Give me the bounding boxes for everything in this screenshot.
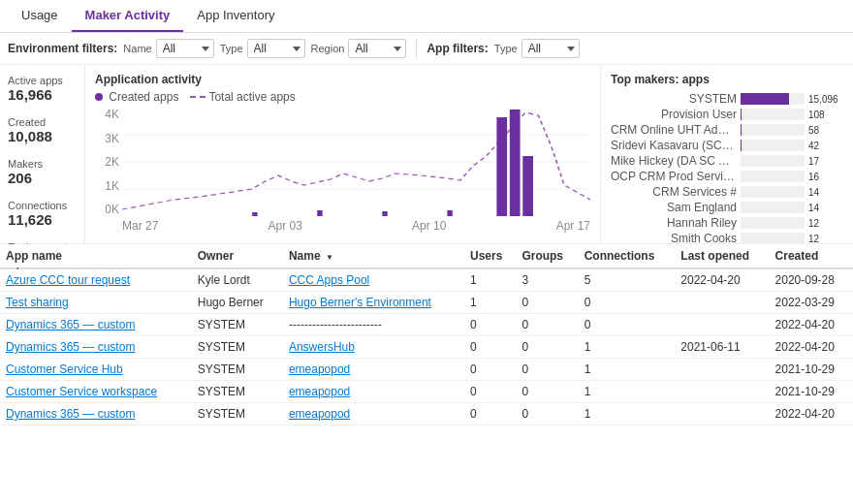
cell-app-name-5[interactable]: Customer Service workspace	[0, 381, 192, 403]
env-filter-label: Environment filters:	[8, 42, 117, 55]
stat-active-apps: Active apps 16,966	[8, 75, 77, 103]
tab-app-inventory[interactable]: App Inventory	[183, 0, 288, 32]
x-axis: Mar 27 Apr 03 Apr 10 Apr 17	[122, 219, 590, 233]
cell-owner-5: SYSTEM	[192, 381, 283, 403]
maker-bar-wrap-5	[741, 171, 805, 182]
cell-created-5: 2021-10-29	[770, 381, 853, 403]
stat-connections-value: 11,626	[8, 211, 77, 228]
legend-created-label: Created apps	[109, 90, 178, 104]
cell-last-opened-6	[675, 403, 769, 425]
type-filter-group: Type All	[220, 39, 305, 58]
app-type-filter-group: Type All	[494, 39, 580, 58]
chart-svg-container: 4K 3K 2K 1K 0K	[95, 108, 590, 234]
cell-users-1: 1	[464, 292, 516, 314]
cell-connections-0: 5	[579, 268, 676, 292]
maker-row-0: SYSTEM 15,096	[611, 92, 843, 106]
name-filter-select[interactable]: All	[156, 39, 214, 58]
table-row: Customer Service workspace SYSTEM emeapo…	[0, 381, 853, 403]
cell-app-name-2[interactable]: Dynamics 365 — custom	[0, 314, 192, 336]
maker-val-9: 12	[808, 234, 843, 244]
cell-name-4[interactable]: emeapopod	[283, 359, 464, 381]
cell-last-opened-3: 2021-06-11	[675, 336, 769, 359]
tab-maker-activity[interactable]: Maker Activity	[72, 0, 184, 32]
maker-val-6: 14	[808, 187, 843, 198]
maker-bar-wrap-7	[741, 202, 805, 213]
tab-usage[interactable]: Usage	[8, 0, 72, 32]
x-apr17: Apr 17	[556, 219, 590, 233]
x-apr10: Apr 10	[412, 219, 446, 233]
stat-connections-title: Connections	[8, 200, 77, 211]
maker-name-7: Sam England	[611, 201, 737, 214]
cell-connections-2: 0	[579, 314, 676, 336]
cell-users-0: 1	[464, 268, 516, 292]
stat-created-title: Created	[8, 116, 77, 128]
cell-connections-4: 1	[579, 359, 676, 381]
cell-app-name-4[interactable]: Customer Service Hub	[0, 359, 192, 381]
legend-created: Created apps	[95, 90, 178, 104]
apps-table: App name Owner Name ▼ Users Groups Conne…	[0, 244, 853, 425]
y-1k: 1K	[95, 179, 119, 193]
stat-active-apps-title: Active apps	[8, 75, 77, 86]
cell-owner-4: SYSTEM	[192, 359, 283, 381]
maker-name-0: SYSTEM	[611, 92, 737, 106]
sort-icon-name[interactable]: ▼	[326, 253, 333, 262]
svg-rect-8	[252, 212, 257, 216]
maker-row-8: Hannah Riley 12	[611, 216, 843, 230]
table-row: Dynamics 365 — custom SYSTEM emeapopod 0…	[0, 403, 853, 425]
maker-row-3: Sridevi Kasavaru (SC-ACT) 42	[611, 139, 843, 152]
cell-created-1: 2022-03-29	[770, 292, 853, 314]
app-filter-label: App filters:	[426, 42, 488, 55]
region-filter-label: Region	[311, 43, 345, 54]
maker-name-2: CRM Online UHT Admin #	[611, 123, 737, 137]
chart-legend: Created apps Total active apps	[95, 90, 590, 104]
svg-rect-9	[317, 210, 322, 216]
cell-last-opened-5	[675, 381, 769, 403]
cell-app-name-6[interactable]: Dynamics 365 — custom	[0, 403, 192, 425]
stat-makers: Makers 206	[8, 158, 77, 186]
name-filter-label: Name	[123, 43, 151, 54]
stats-panel: Active apps 16,966 Created 10,088 Makers…	[0, 65, 85, 243]
cell-users-6: 0	[464, 403, 516, 425]
app-type-filter-select[interactable]: All	[521, 39, 580, 58]
maker-row-7: Sam England 14	[611, 201, 843, 214]
cell-app-name-3[interactable]: Dynamics 365 — custom	[0, 336, 192, 359]
maker-row-5: OCP CRM Prod Service A... 16	[611, 170, 843, 183]
x-apr03: Apr 03	[269, 219, 302, 233]
table-row: Customer Service Hub SYSTEM emeapopod 0 …	[0, 359, 853, 381]
col-last-opened: Last opened	[675, 244, 769, 268]
cell-name-2: ------------------------	[283, 314, 464, 336]
cell-created-6: 2022-04-20	[770, 403, 853, 425]
cell-name-0[interactable]: CCC Apps Pool	[283, 268, 464, 292]
maker-row-2: CRM Online UHT Admin # 58	[611, 123, 843, 137]
cell-name-6[interactable]: emeapopod	[283, 403, 464, 425]
cell-groups-0: 3	[516, 268, 578, 292]
cell-name-3[interactable]: AnswersHub	[283, 336, 464, 359]
table-row: Dynamics 365 — custom SYSTEM -----------…	[0, 314, 853, 336]
cell-groups-6: 0	[516, 403, 578, 425]
region-filter-select[interactable]: All	[348, 39, 406, 58]
maker-val-7: 14	[808, 203, 843, 213]
cell-owner-6: SYSTEM	[192, 403, 283, 425]
maker-bar-wrap-9	[741, 233, 805, 244]
charts-row: Active apps 16,966 Created 10,088 Makers…	[0, 65, 853, 244]
maker-name-1: Provision User	[611, 108, 737, 121]
cell-name-5[interactable]: emeapopod	[283, 381, 464, 403]
cell-created-0: 2020-09-28	[770, 268, 853, 292]
svg-rect-7	[522, 156, 533, 216]
stat-active-apps-value: 16,966	[8, 86, 77, 103]
type-filter-select[interactable]: All	[247, 39, 305, 58]
cell-app-name-1[interactable]: Test sharing	[0, 292, 192, 314]
maker-row-9: Smith Cooks 12	[611, 232, 843, 245]
table-body: Azure CCC tour request Kyle Lordt CCC Ap…	[0, 268, 853, 425]
stat-makers-title: Makers	[8, 158, 77, 170]
maker-val-3: 42	[808, 141, 843, 151]
cell-created-3: 2022-04-20	[770, 336, 853, 359]
stat-created: Created 10,088	[8, 116, 77, 144]
stat-connections: Connections 11,626	[8, 200, 77, 228]
cell-app-name-0[interactable]: Azure CCC tour request	[0, 268, 192, 292]
cell-groups-1: 0	[516, 292, 578, 314]
cell-name-1[interactable]: Hugo Berner's Environment	[283, 292, 464, 314]
maker-bar-wrap-3	[741, 140, 805, 151]
x-mar27: Mar 27	[122, 219, 158, 233]
cell-groups-2: 0	[516, 314, 578, 336]
